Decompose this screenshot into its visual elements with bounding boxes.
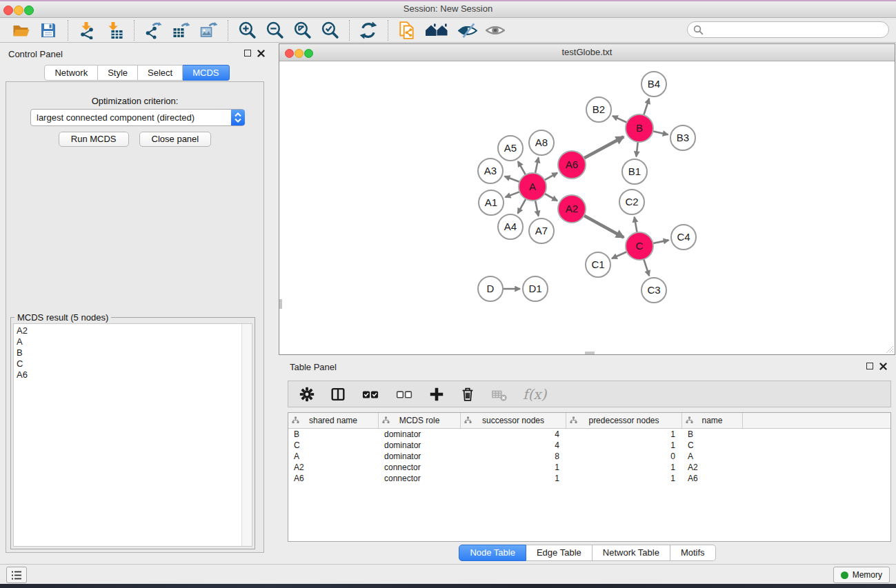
export-network-icon[interactable] <box>142 20 164 41</box>
graph-node-B4[interactable]: B4 <box>641 72 666 97</box>
svg-text:A8: A8 <box>535 136 548 148</box>
result-item[interactable]: B <box>17 347 28 358</box>
zoom-in-icon[interactable] <box>236 20 258 41</box>
graph-node-A8[interactable]: A8 <box>529 130 554 155</box>
table-cell: B <box>288 429 379 439</box>
float-panel-icon[interactable] <box>866 363 873 369</box>
open-session-icon[interactable] <box>10 20 32 41</box>
network-canvas[interactable]: B4B2BB3A8A5A6A3B1AA1C2A2A4A7C4CC1C3DD1 <box>279 61 895 354</box>
memory-button[interactable]: Memory <box>833 567 890 583</box>
export-table-icon[interactable] <box>170 20 192 41</box>
tab-edge-table[interactable]: Edge Table <box>526 545 593 561</box>
graph-node-A5[interactable]: A5 <box>498 136 523 161</box>
add-column-icon[interactable] <box>428 386 445 403</box>
graph-node-C1[interactable]: C1 <box>586 252 610 277</box>
graph-node-B2[interactable]: B2 <box>586 97 611 122</box>
graph-node-B[interactable]: B <box>626 114 653 142</box>
table-toolbar: f(x) <box>288 381 891 407</box>
graph-node-C3[interactable]: C3 <box>641 278 666 303</box>
zoom-fit-icon[interactable] <box>291 20 313 41</box>
result-item[interactable]: A2 <box>17 325 28 336</box>
home-layout-icon[interactable] <box>424 20 451 41</box>
table-row[interactable]: A6connector11A6 <box>288 473 890 484</box>
run-mcds-button[interactable]: Run MCDS <box>59 132 129 147</box>
graph-node-B3[interactable]: B3 <box>670 125 695 150</box>
column-header-successor-nodes[interactable]: successor nodes <box>461 413 566 428</box>
tab-style[interactable]: Style <box>98 65 138 81</box>
close-panel-icon[interactable] <box>257 50 265 57</box>
tab-motifs[interactable]: Motifs <box>670 545 716 561</box>
refresh-view-icon[interactable] <box>357 20 379 41</box>
import-table-icon[interactable] <box>103 20 126 41</box>
graph-node-D[interactable]: D <box>478 276 503 301</box>
mcds-result-list[interactable]: A2ABCA6 <box>13 323 252 547</box>
svg-text:A2: A2 <box>566 203 578 214</box>
export-image-icon[interactable] <box>197 20 219 41</box>
show-columns-icon[interactable] <box>330 386 346 403</box>
table-cell: 1 <box>461 463 566 472</box>
table-cell: dominator <box>379 440 461 450</box>
table-row[interactable]: Adominator80A <box>288 451 890 462</box>
result-item[interactable]: A6 <box>17 369 28 381</box>
column-header-MCDS-role[interactable]: MCDS role <box>379 413 461 428</box>
graph-node-A6[interactable]: A6 <box>558 151 586 179</box>
zoom-selected-icon[interactable] <box>319 20 341 41</box>
function-builder-icon[interactable]: f(x) <box>523 386 546 403</box>
table-cell: dominator <box>379 429 461 439</box>
graph-node-A[interactable]: A <box>519 173 546 201</box>
select-all-checkboxes-icon[interactable] <box>361 386 380 403</box>
table-row[interactable]: A2connector11A2 <box>288 462 890 473</box>
delete-column-icon[interactable] <box>459 386 476 403</box>
graph-node-A2[interactable]: A2 <box>558 195 586 223</box>
close-panel-icon[interactable] <box>879 363 887 370</box>
graph-node-A7[interactable]: A7 <box>529 219 554 243</box>
graph-node-C4[interactable]: C4 <box>671 225 696 250</box>
show-graphics-details-icon[interactable] <box>484 20 506 41</box>
table-row[interactable]: Bdominator41B <box>288 429 890 440</box>
search-box[interactable] <box>687 21 889 38</box>
deselect-all-checkboxes-icon[interactable] <box>395 386 414 403</box>
table-cell: C <box>682 440 743 450</box>
column-settings-gear-icon[interactable] <box>299 386 315 403</box>
column-header-name[interactable]: name <box>682 413 743 428</box>
tab-node-table[interactable]: Node Table <box>459 545 526 561</box>
tab-network[interactable]: Network <box>44 65 98 81</box>
network-graph-svg: B4B2BB3A8A5A6A3B1AA1C2A2A4A7C4CC1C3DD1 <box>279 61 895 355</box>
table-cell: 1 <box>461 474 566 483</box>
svg-text:B2: B2 <box>593 103 605 115</box>
canvas-edge-handle[interactable] <box>279 299 282 309</box>
delete-table-icon[interactable] <box>490 386 508 403</box>
tab-mcds[interactable]: MCDS <box>183 65 229 81</box>
import-network-icon[interactable] <box>76 20 98 41</box>
table-row[interactable]: Cdominator41C <box>288 440 890 451</box>
task-history-button[interactable] <box>6 567 27 583</box>
optimization-criterion-dropdown[interactable]: largest connected component (directed) <box>30 109 245 126</box>
tab-network-table[interactable]: Network Table <box>593 545 670 561</box>
graph-node-B1[interactable]: B1 <box>622 159 647 184</box>
save-session-icon[interactable] <box>37 20 59 41</box>
column-header-shared-name[interactable]: shared name <box>288 413 379 428</box>
column-header-predecessor-nodes[interactable]: predecessor nodes <box>566 413 682 428</box>
table-panel-title: Table Panel <box>290 362 337 372</box>
search-input[interactable] <box>707 24 888 36</box>
result-item[interactable]: C <box>17 358 28 369</box>
graph-node-C[interactable]: C <box>626 232 653 260</box>
result-list-scrollbar[interactable] <box>241 324 252 546</box>
network-from-selection-icon[interactable] <box>396 20 418 41</box>
svg-text:B3: B3 <box>677 132 689 143</box>
tab-select[interactable]: Select <box>138 65 183 81</box>
window-resize-grip[interactable] <box>884 344 894 354</box>
hide-graphics-details-icon[interactable] <box>457 20 479 41</box>
svg-text:D1: D1 <box>528 283 541 294</box>
graph-node-D1[interactable]: D1 <box>523 276 548 301</box>
graph-node-A3[interactable]: A3 <box>478 159 503 183</box>
graph-node-A1[interactable]: A1 <box>479 190 504 215</box>
zoom-out-icon[interactable] <box>263 20 286 41</box>
result-item[interactable]: A <box>17 336 28 347</box>
graph-node-A4[interactable]: A4 <box>498 214 523 239</box>
close-panel-button[interactable]: Close panel <box>139 132 212 147</box>
canvas-edge-handle[interactable] <box>585 352 595 354</box>
graph-node-C2[interactable]: C2 <box>619 190 644 214</box>
optimization-criterion-label: Optimization criterion: <box>6 96 263 106</box>
float-panel-icon[interactable] <box>244 50 251 57</box>
